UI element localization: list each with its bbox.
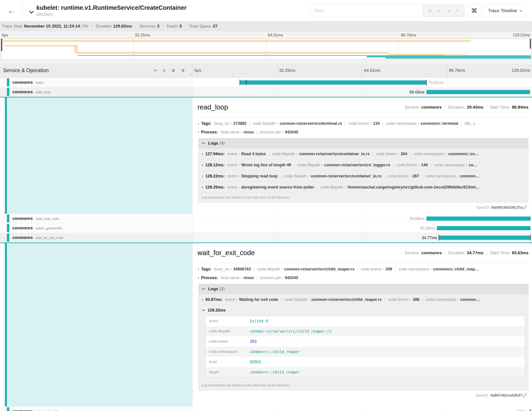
service-name: conmonrs <box>12 409 33 411</box>
tag-key: idle_n… <box>465 121 479 126</box>
field-separator: | <box>294 163 295 167</box>
span-row-timeline-cell[interactable]: 70.91ms <box>193 78 532 87</box>
tag-value: Waiting for exit code <box>239 297 278 302</box>
span-id-value: 5faf48165428c37a <box>491 206 522 210</box>
span-row-label-cell[interactable]: conmonrswrite_exit_path <box>0 407 193 411</box>
tag-field: code.lineno=140 <box>397 163 428 167</box>
tag-value: Read 4 bytes <box>241 152 266 156</box>
top-bar: ← kubelet: runtime.v1.RuntimeService/Cre… <box>0 0 532 21</box>
tag-field: code.namespace=conmon… <box>426 174 480 178</box>
clear-search-icon[interactable]: × <box>456 8 459 13</box>
equals-sign: = <box>466 163 468 167</box>
link-icon[interactable] <box>522 393 527 398</box>
find-input[interactable] <box>311 4 422 17</box>
tag-key: code.namespace <box>399 267 429 271</box>
timeline-tick-label: 64.51ms <box>364 68 380 73</box>
span-bar[interactable] <box>437 226 531 230</box>
span-row-label-cell[interactable]: conmonrsread_loop <box>0 87 193 97</box>
log-entry-expanded[interactable]: 128.33ms <box>199 305 528 314</box>
logs-header[interactable]: Logs(2) <box>199 284 528 294</box>
log-entry[interactable]: ›128.22ms:event=Stopping read loop|code.… <box>199 171 528 182</box>
tag-key: event <box>228 185 237 189</box>
span-operation-title: read_loop <box>198 103 228 111</box>
log-entry[interactable]: ›93.87ms:event=Waiting for exit code|cod… <box>199 294 528 305</box>
log-entry[interactable]: ›127.94ms:event=Read 4 bytes|code.filepa… <box>199 148 528 159</box>
tag-key: code.lineno <box>388 174 408 178</box>
expand-all-icon[interactable] <box>181 68 185 72</box>
separator <box>163 24 163 29</box>
minimap-canvas[interactable] <box>1 39 531 59</box>
operation-name: watch_grandchild <box>36 226 62 230</box>
span-row-timeline-cell[interactable]: 34.77ms <box>193 233 532 243</box>
timeline-tick-label: 32.25ms <box>135 33 150 38</box>
tag-key: code.lineno <box>349 121 369 126</box>
summary-value-fraction: .756 <box>80 24 88 29</box>
span-bar[interactable] <box>439 235 530 240</box>
trace-view-selector[interactable]: Trace Timeline <box>484 4 527 17</box>
tag-field: code.filepath=conmon-rs/server/src/conta… <box>284 174 381 178</box>
minimap-scrubber-right[interactable] <box>530 39 531 49</box>
keyboard-shortcuts-button[interactable]: ⌘ <box>467 4 481 17</box>
span-rows: conmonrslisten70.91msconmonrsread_loop39… <box>0 78 532 411</box>
tag-key: code.namespace <box>434 163 465 167</box>
span-bar[interactable] <box>240 80 426 85</box>
timeline-gridline <box>447 64 447 78</box>
tags-label: Tags: <box>201 121 212 126</box>
expand-one-icon[interactable] <box>163 68 165 72</box>
log-entry[interactable]: ›128.12ms:event=Wrote log line of length… <box>199 159 528 171</box>
field-separator: | <box>382 121 383 126</box>
match-target-icon[interactable]: ◎ <box>428 8 432 13</box>
tag-key: code.namespace <box>426 297 456 302</box>
process-row[interactable]: ›Process:host.name=nixos|process.pid=942… <box>198 273 528 281</box>
process-row[interactable]: ›Process:host.name=nixos|process.pid=942… <box>198 127 528 136</box>
span-row-timeline-cell[interactable]: 303μs <box>193 407 532 411</box>
separator <box>486 250 487 255</box>
span-row-label-cell[interactable]: conmonrswatch_grandchild <box>0 223 193 233</box>
span-duration-label: 39.69ms <box>409 216 425 221</box>
minimap-scrubber-left[interactable] <box>1 39 2 51</box>
separator <box>445 250 445 255</box>
span-row-timeline-cell[interactable]: 39.43ms <box>193 87 532 97</box>
span-bar[interactable] <box>426 216 531 221</box>
prev-match-icon[interactable]: ∧ <box>438 8 441 13</box>
tag-value: 34506763 <box>233 267 251 271</box>
logs-header[interactable]: Logs(4) <box>199 138 528 148</box>
logs-section: Logs(4)›127.94ms:event=Read 4 bytes|code… <box>198 138 528 203</box>
summary-label: Duration <box>96 24 112 29</box>
span-row-timeline-cell[interactable]: 35.58ms <box>193 223 532 233</box>
back-button[interactable]: ← <box>0 0 23 21</box>
equals-sign: = <box>457 174 459 178</box>
column-resize-handle[interactable]: ‖ <box>190 73 192 77</box>
next-match-icon[interactable]: ∨ <box>447 8 450 13</box>
top-bar-actions: ◎∧∨× ⌘ Trace Timeline <box>311 4 527 17</box>
meta-label: Service: <box>405 250 420 255</box>
span-row-label-cell[interactable]: conmonrswait_for_exit_code <box>0 233 193 243</box>
timeline-gridline <box>133 39 134 59</box>
collapse-one-icon[interactable] <box>153 69 157 72</box>
span-bar[interactable] <box>530 409 531 411</box>
equals-sign: = <box>282 276 284 280</box>
logs-note: Log timestamps are relative to the start… <box>199 381 528 390</box>
span-bar[interactable] <box>426 90 530 94</box>
tag-value: conmon-rs/server/src/child_reaper.rs <box>311 297 382 302</box>
link-icon[interactable] <box>522 205 527 210</box>
chevron-right-icon: › <box>202 173 203 178</box>
field-separator: | <box>281 297 282 302</box>
span-id-row: SpanID:4a947cfd1ce59537 <box>198 390 528 398</box>
tags-row[interactable]: ›Tags:busy_ns=34506763|code.filepath=con… <box>198 264 528 273</box>
tags-row[interactable]: ›Tags:busy_ns=273882|code.filepath=conmo… <box>198 118 528 127</box>
span-row-label-cell[interactable]: conmonrslisten <box>0 78 193 87</box>
collapse-all-icon[interactable] <box>171 69 175 72</box>
field-separator: | <box>345 121 346 126</box>
divider <box>198 117 528 117</box>
tag-value: 140 <box>421 163 428 167</box>
minimap-span-bar <box>76 52 389 54</box>
collapse-trace-header-icon[interactable] <box>29 11 34 14</box>
log-entry[interactable]: ›128.25ms:event=deregistering event sour… <box>199 182 528 193</box>
timeline-gridline <box>266 39 266 59</box>
span-row-label-cell[interactable]: conmonrsread_loop_stdin <box>0 214 193 223</box>
tag-field: code.namespace=conmon… <box>426 297 480 302</box>
span-row-timeline-cell[interactable]: 39.69ms <box>193 214 532 223</box>
equals-sign: = <box>238 174 240 178</box>
chevron-right-icon: › <box>198 275 199 280</box>
